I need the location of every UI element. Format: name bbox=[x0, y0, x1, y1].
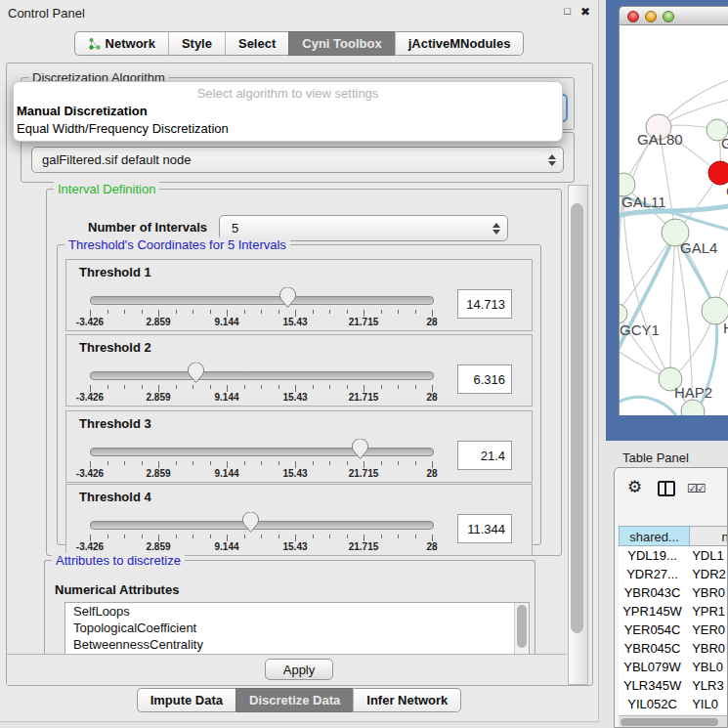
list-item-topologicalcoefficient[interactable]: TopologicalCoefficient bbox=[65, 620, 529, 636]
list-scrollbar[interactable] bbox=[514, 603, 529, 654]
tick-mark bbox=[432, 310, 433, 317]
tab-jactivemnodules[interactable]: jActiveMNodules bbox=[395, 31, 525, 56]
table-hscrollbar-thumb[interactable] bbox=[621, 718, 718, 726]
tab-label: Cyni Toolbox bbox=[302, 32, 381, 55]
tick-mark bbox=[107, 461, 108, 465]
threshold-slider-thumb[interactable] bbox=[241, 512, 260, 537]
table-data-combobox[interactable]: galFiltered.sif default node bbox=[31, 147, 564, 173]
list-item-selfloops[interactable]: SelfLoops bbox=[65, 603, 529, 620]
tab-cyni-toolbox[interactable]: Cyni Toolbox bbox=[288, 31, 394, 56]
tick-mark bbox=[415, 461, 416, 465]
table-row[interactable]: YLR345WYLR3 bbox=[619, 676, 728, 695]
combobox-stepper-icon bbox=[548, 154, 556, 166]
tick-label: 15.43 bbox=[266, 392, 324, 403]
popup-item-equal-width-frequency-discretization[interactable]: Equal Width/Frequency Discretization bbox=[17, 121, 229, 136]
table-row[interactable]: YPR145WYPR1 bbox=[619, 602, 728, 621]
threshold-panel-2: Threshold 2-3.4262.8599.14415.4321.71528… bbox=[65, 334, 533, 407]
tick-mark bbox=[158, 385, 159, 392]
float-window-icon[interactable]: □ bbox=[564, 5, 571, 17]
numerical-attributes-label: Numerical Attributes bbox=[55, 582, 179, 597]
threshold-slider-track[interactable] bbox=[90, 521, 434, 530]
panel-scrollbar-thumb[interactable] bbox=[571, 203, 583, 633]
panel-scrollbar[interactable] bbox=[568, 185, 588, 685]
apply-button[interactable]: Apply bbox=[265, 659, 333, 680]
tick-mark bbox=[193, 535, 193, 538]
thresholds-group: Threshold's Coordinates for 5 Intervals … bbox=[57, 244, 541, 545]
table-row[interactable]: YER054CYER0 bbox=[619, 621, 728, 639]
threshold-slider-track[interactable] bbox=[90, 371, 434, 380]
tab-style[interactable]: Style bbox=[168, 31, 225, 56]
close-icon[interactable]: ✖ bbox=[580, 5, 590, 19]
threshold-panel-3: Threshold 3-3.4262.8599.14415.4321.71528… bbox=[65, 410, 533, 483]
tick-label: 15.43 bbox=[266, 317, 324, 327]
table-row[interactable]: YDL19...YDL1 bbox=[619, 546, 728, 565]
tick-mark bbox=[227, 461, 228, 468]
threshold-slider-thumb[interactable] bbox=[351, 439, 369, 464]
threshold-value-field[interactable]: 21.4 bbox=[457, 441, 512, 470]
table-row[interactable]: YBL079WYBL0 bbox=[619, 658, 728, 676]
column-header-n[interactable]: n bbox=[690, 526, 728, 546]
tab-impute-data[interactable]: Impute Data bbox=[137, 688, 236, 712]
network-canvas[interactable]: GAL80G.CGAL11GAL4HGCY1HAP2 bbox=[619, 25, 728, 415]
tick-mark bbox=[347, 385, 348, 389]
tab-infer-network[interactable]: Infer Network bbox=[353, 688, 461, 712]
tick-label: 28 bbox=[403, 392, 461, 403]
network-window-frame: GAL80G.CGAL11GAL4HGCY1HAP2 bbox=[606, 0, 728, 441]
network-edge[interactable] bbox=[670, 233, 675, 379]
threshold-value-field[interactable]: 14.713 bbox=[457, 289, 512, 319]
tick-mark bbox=[261, 310, 262, 314]
split-panel-icon[interactable] bbox=[658, 481, 675, 496]
table-row[interactable]: YBR043CYBR0 bbox=[619, 583, 728, 602]
tick-mark bbox=[124, 385, 125, 389]
zoom-traffic-light-icon[interactable] bbox=[663, 11, 674, 22]
tab-label: Network bbox=[106, 32, 155, 55]
tick-mark bbox=[261, 385, 262, 389]
column-header-shared[interactable]: shared... bbox=[619, 526, 690, 546]
settings-gear-icon[interactable]: ⚙ bbox=[627, 477, 642, 497]
combobox-stepper-icon bbox=[492, 223, 500, 235]
table-row[interactable]: YBR045CYBR0 bbox=[619, 639, 728, 658]
tick-mark bbox=[158, 461, 159, 468]
popup-item-manual-discretization[interactable]: Manual Discretization bbox=[17, 104, 148, 118]
tick-mark bbox=[364, 385, 364, 392]
tick-mark bbox=[432, 535, 433, 541]
tab-select[interactable]: Select bbox=[225, 31, 288, 56]
threshold-slider-track[interactable] bbox=[90, 448, 434, 456]
tab-label: jActiveMNodules bbox=[408, 32, 511, 55]
tab-network[interactable]: Network bbox=[74, 31, 168, 56]
table-row[interactable]: YIL052CYIL0 bbox=[619, 695, 728, 713]
select-columns-icon[interactable]: ☑☑ bbox=[687, 482, 705, 495]
table-toolbar: ⚙ ☑☑ bbox=[615, 468, 727, 513]
minimize-traffic-light-icon[interactable] bbox=[645, 11, 657, 22]
network-edge-highlighted[interactable] bbox=[620, 397, 676, 415]
close-traffic-light-icon[interactable] bbox=[627, 11, 639, 22]
numerical-attributes-list[interactable]: SelfLoopsTopologicalCoefficientBetweenne… bbox=[64, 602, 530, 655]
interval-definition-label: Interval Definition bbox=[54, 182, 159, 196]
cell-shared-name: YER054C bbox=[619, 621, 686, 639]
threshold-slider-thumb[interactable] bbox=[278, 287, 297, 313]
tick-label: 9.144 bbox=[197, 317, 256, 327]
cell-name: YER0 bbox=[686, 621, 728, 639]
table-hscrollbar[interactable] bbox=[619, 715, 728, 728]
table-row[interactable]: YDR27...YDR2 bbox=[619, 565, 728, 583]
control-panel-titlebar: Control Panel □ ✖ bbox=[0, 0, 598, 27]
tick-mark bbox=[193, 461, 193, 465]
network-titlebar[interactable] bbox=[619, 6, 728, 25]
network-node-label: GAL4 bbox=[680, 239, 717, 256]
tab-discretize-data[interactable]: Discretize Data bbox=[236, 688, 353, 712]
cell-shared-name: YBL079W bbox=[619, 658, 686, 676]
network-node-c[interactable] bbox=[708, 161, 728, 185]
threshold-value-field[interactable]: 6.316 bbox=[457, 364, 512, 394]
tick-mark bbox=[329, 461, 330, 465]
network-node-gcy1[interactable] bbox=[620, 304, 627, 323]
tick-mark bbox=[210, 461, 211, 465]
list-item-betweennesscentrality[interactable]: BetweennessCentrality bbox=[65, 636, 529, 653]
threshold-slider-track[interactable] bbox=[90, 296, 434, 305]
network-edge[interactable] bbox=[620, 233, 675, 314]
threshold-slider-thumb[interactable] bbox=[187, 363, 205, 388]
tick-mark bbox=[107, 310, 108, 314]
popup-prompt: Select algorithm to view settings bbox=[14, 86, 562, 101]
tick-mark bbox=[158, 535, 159, 541]
tick-mark bbox=[415, 310, 416, 314]
threshold-value-field[interactable]: 11.344 bbox=[457, 514, 512, 543]
